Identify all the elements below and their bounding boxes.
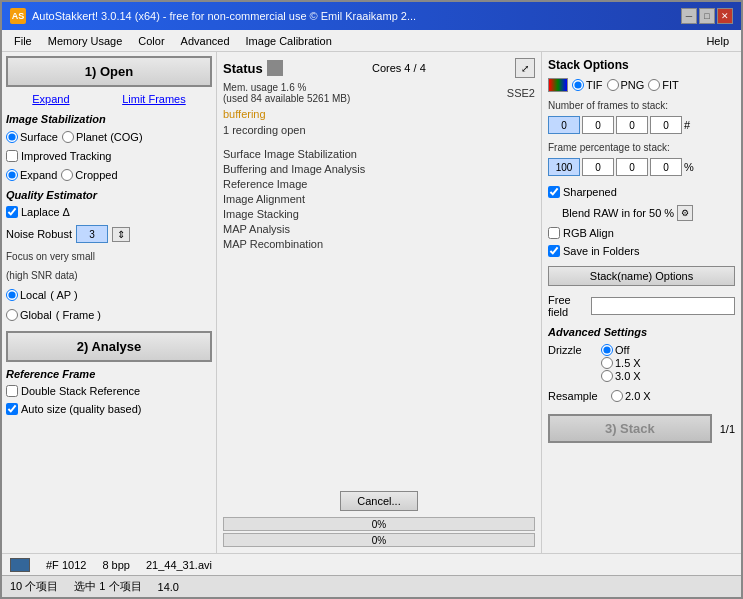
main-content: 1) Open Expand Limit Frames Image Stabil…	[2, 52, 741, 553]
local-label: Local	[20, 289, 46, 301]
noise-robust-input[interactable]	[76, 225, 108, 243]
menu-image-calibration[interactable]: Image Calibration	[238, 33, 340, 49]
size-info: 14.0	[158, 581, 179, 593]
cropped-radio[interactable]	[61, 169, 73, 181]
progress-bar-1: 0%	[223, 517, 535, 531]
resample-2-0-label[interactable]: 2.0 X	[611, 390, 651, 402]
auto-size-checkbox-label[interactable]: Auto size (quality based)	[6, 403, 212, 415]
planet-radio[interactable]	[62, 131, 74, 143]
frames-input-0[interactable]	[548, 116, 580, 134]
local-radio-label[interactable]: Local	[6, 289, 46, 301]
pct-input-1[interactable]	[582, 158, 614, 176]
pct-input-3[interactable]	[650, 158, 682, 176]
free-field-label: Free field	[548, 294, 587, 318]
minimize-button[interactable]: ─	[681, 8, 697, 24]
drizzle-3-0-label[interactable]: 3.0 X	[601, 370, 641, 382]
filename-text: 21_44_31.avi	[146, 559, 212, 571]
tif-radio-label[interactable]: TIF	[572, 79, 603, 91]
drizzle-off-text: Off	[615, 344, 629, 356]
open-options-row: Expand Limit Frames	[6, 93, 212, 105]
frames-input-1[interactable]	[582, 116, 614, 134]
process-map-recombination: MAP Recombination	[223, 238, 535, 250]
fit-radio-label[interactable]: FIT	[648, 79, 679, 91]
global-option-row: Global ( Frame )	[6, 309, 212, 321]
drizzle-3-0-radio[interactable]	[601, 370, 613, 382]
menu-memory-usage[interactable]: Memory Usage	[40, 33, 131, 49]
improved-tracking-checkbox-label[interactable]: Improved Tracking	[6, 150, 212, 162]
rgb-align-checkbox[interactable]	[548, 227, 560, 239]
high-snr-text: (high SNR data)	[6, 270, 212, 281]
tif-radio[interactable]	[572, 79, 584, 91]
stack-button[interactable]: 3) Stack	[548, 414, 712, 443]
menu-file[interactable]: File	[6, 33, 40, 49]
right-panel: Stack Options TIF PNG FIT Number of fram…	[541, 52, 741, 553]
free-field-input[interactable]	[591, 297, 735, 315]
pct-input-0[interactable]	[548, 158, 580, 176]
close-button[interactable]: ✕	[717, 8, 733, 24]
expand-radio[interactable]	[6, 169, 18, 181]
drizzle-off-label[interactable]: Off	[601, 344, 641, 356]
local-radio[interactable]	[6, 289, 18, 301]
laplace-checkbox-label[interactable]: Laplace Δ	[6, 206, 212, 218]
drizzle-section: Drizzle Off 1.5 X 3.0 X	[548, 344, 735, 382]
double-stack-checkbox[interactable]	[6, 385, 18, 397]
expand-link[interactable]: Expand	[32, 93, 69, 105]
menu-help[interactable]: Help	[698, 33, 737, 49]
pct-input-2[interactable]	[616, 158, 648, 176]
analyse-button[interactable]: 2) Analyse	[6, 331, 212, 362]
blend-icon[interactable]: ⚙	[677, 205, 693, 221]
drizzle-label: Drizzle	[548, 344, 593, 382]
advanced-settings-title: Advanced Settings	[548, 326, 735, 338]
fit-label: FIT	[662, 79, 679, 91]
planet-radio-label[interactable]: Planet (COG)	[62, 131, 143, 143]
laplace-checkbox[interactable]	[6, 206, 18, 218]
png-radio[interactable]	[607, 79, 619, 91]
frames-input-2[interactable]	[616, 116, 648, 134]
drizzle-1-5-radio[interactable]	[601, 357, 613, 369]
process-surface-stab: Surface Image Stabilization	[223, 148, 535, 160]
noise-robust-spin[interactable]: ⇕	[112, 227, 130, 242]
maximize-button[interactable]: □	[699, 8, 715, 24]
auto-size-checkbox[interactable]	[6, 403, 18, 415]
drizzle-off-radio[interactable]	[601, 344, 613, 356]
cancel-button[interactable]: Cancel...	[340, 491, 417, 511]
drizzle-1-5-label[interactable]: 1.5 X	[601, 357, 641, 369]
sharpened-checkbox[interactable]	[548, 186, 560, 198]
global-radio-label[interactable]: Global	[6, 309, 52, 321]
png-label: PNG	[621, 79, 645, 91]
stack-name-button[interactable]: Stack(name) Options	[548, 266, 735, 286]
save-folders-checkbox[interactable]	[548, 245, 560, 257]
resample-section: Resample 2.0 X	[548, 390, 735, 402]
process-alignment: Image Alignment	[223, 193, 535, 205]
status-header: Status Cores 4 / 4 ⤢	[223, 58, 535, 78]
surface-radio[interactable]	[6, 131, 18, 143]
cropped-radio-label[interactable]: Cropped	[61, 169, 117, 181]
mem-usage-text: Mem. usage 1.6 %	[223, 82, 350, 93]
planet-label: Planet (COG)	[76, 131, 143, 143]
save-folders-checkbox-label[interactable]: Save in Folders	[548, 245, 735, 257]
pct-label: %	[684, 161, 694, 173]
left-panel: 1) Open Expand Limit Frames Image Stabil…	[2, 52, 217, 553]
frames-input-3[interactable]	[650, 116, 682, 134]
title-bar: AS AutoStakkert! 3.0.14 (x64) - free for…	[2, 2, 741, 30]
rgb-align-checkbox-label[interactable]: RGB Align	[548, 227, 735, 239]
png-radio-label[interactable]: PNG	[607, 79, 645, 91]
expand-icon-button[interactable]: ⤢	[515, 58, 535, 78]
expand-radio-label[interactable]: Expand	[6, 169, 57, 181]
double-stack-checkbox-label[interactable]: Double Stack Reference	[6, 385, 212, 397]
reference-frame-title: Reference Frame	[6, 368, 212, 380]
menu-color[interactable]: Color	[130, 33, 172, 49]
title-controls: ─ □ ✕	[681, 8, 733, 24]
global-radio[interactable]	[6, 309, 18, 321]
resample-label: Resample	[548, 390, 603, 402]
menu-advanced[interactable]: Advanced	[173, 33, 238, 49]
open-button[interactable]: 1) Open	[6, 56, 212, 87]
resample-2-0-radio[interactable]	[611, 390, 623, 402]
center-panel: Status Cores 4 / 4 ⤢ Mem. usage 1.6 % (u…	[217, 52, 541, 553]
improved-tracking-checkbox[interactable]	[6, 150, 18, 162]
surface-radio-label[interactable]: Surface	[6, 131, 58, 143]
free-field-row: Free field	[548, 294, 735, 318]
fit-radio[interactable]	[648, 79, 660, 91]
menu-bar: File Memory Usage Color Advanced Image C…	[2, 30, 741, 52]
limit-frames-link[interactable]: Limit Frames	[122, 93, 186, 105]
